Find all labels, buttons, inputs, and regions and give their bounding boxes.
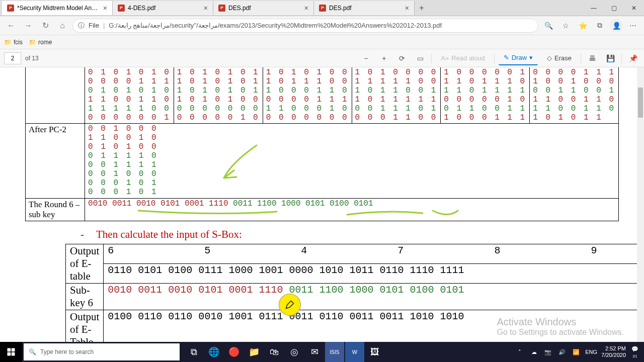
- edge-icon[interactable]: 🌐: [204, 342, 223, 362]
- taskbar-search[interactable]: 🔍 Type here to search: [24, 343, 180, 360]
- etable-output-label: Output of E-table: [66, 244, 104, 283]
- tray-language[interactable]: ENG: [585, 349, 597, 355]
- notifications-icon[interactable]: 💬21: [630, 346, 640, 358]
- tray-wifi-icon[interactable]: 📶: [571, 349, 581, 355]
- svg-rect-1: [12, 348, 15, 352]
- rotate-button[interactable]: ⟳: [395, 51, 409, 65]
- refresh-button[interactable]: ↻: [38, 19, 52, 33]
- tray-meet-icon[interactable]: 📷: [543, 349, 553, 355]
- etable-bin-row: 0110 0101 0100 0111 1000 1001 0000 1010 …: [104, 263, 644, 283]
- menu-icon[interactable]: ⋯: [626, 19, 640, 33]
- subkey6-label: Sub-key 6: [66, 283, 104, 310]
- fit-page-button[interactable]: ▭: [413, 51, 427, 65]
- tray-volume-icon[interactable]: 🔊: [557, 349, 567, 355]
- start-button[interactable]: [0, 342, 22, 362]
- profile-avatar[interactable]: 👤: [610, 19, 623, 32]
- maximize-button[interactable]: ▢: [604, 0, 624, 16]
- info-icon: ⓘ: [78, 21, 85, 30]
- subkey6-green: 0011 1100 1000 0101 0100 0101: [289, 284, 464, 296]
- minimize-button[interactable]: —: [584, 0, 604, 16]
- windows-taskbar: 🔍 Type here to search ⧉ 🌐 🔴 📁 🛍 ◎ ✉ ISIS…: [0, 342, 644, 362]
- pen-icon: ✎: [504, 54, 509, 61]
- new-tab-button[interactable]: +: [415, 1, 429, 15]
- pdf-toolbar: of 13 − + ⟳ ▭ A»Read aloud ✎Draw▾ ◇Erase…: [0, 49, 644, 67]
- windows-logo-icon: [7, 347, 16, 356]
- favorite-icon[interactable]: ☆: [558, 19, 573, 33]
- favorites-bar-icon[interactable]: ⭐: [576, 19, 590, 33]
- chevron-down-icon[interactable]: ▾: [529, 54, 533, 61]
- store-icon[interactable]: 🛍: [265, 342, 284, 362]
- bookmark-fcis[interactable]: 📁fcis: [4, 39, 23, 46]
- tray-onedrive-icon[interactable]: ☁: [529, 349, 539, 355]
- speaker-icon: A»: [441, 54, 449, 62]
- close-icon[interactable]: ×: [204, 4, 208, 12]
- page-total-label: of 13: [25, 55, 39, 62]
- vertical-scrollbar[interactable]: [637, 67, 644, 342]
- close-icon[interactable]: ×: [405, 4, 409, 12]
- etable-hex-row: 6 5 4 7 8 9 0 A B 6 E F: [104, 244, 644, 263]
- bookmark-rome[interactable]: 📁rome: [29, 39, 52, 46]
- browser-tab-2[interactable]: P DES.pdf ×: [213, 1, 314, 15]
- taskbar-clock[interactable]: 2:52 PM 7/20/2020: [601, 345, 626, 358]
- browser-tabbar: P *Security Midtrem Model Answe × P 4-DE…: [0, 0, 644, 16]
- scrollbar-thumb[interactable]: [638, 87, 643, 118]
- after-pc2-label: After PC-2: [26, 124, 85, 198]
- taskbar-apps: ⧉ 🌐 🔴 📁 🛍 ◎ ✉ ISIS W 🖼: [184, 342, 384, 362]
- erase-button[interactable]: ◇Erase: [542, 51, 577, 65]
- activate-windows-watermark: Activate Windows Go to Settings to activ…: [497, 316, 624, 337]
- close-window-button[interactable]: ✕: [624, 0, 644, 16]
- forward-button[interactable]: →: [21, 19, 35, 33]
- svg-rect-3: [12, 352, 15, 356]
- subkey6-red: 0010 0011 0010 0101 0001 1110: [108, 284, 283, 296]
- browser-tab-3[interactable]: P DES.pdf ×: [314, 1, 415, 15]
- bit-blocks-row: 0 1 0 1 0 1 0 0 0 0 0 1 1 1 0 1 0 1 0 1 …: [85, 67, 618, 123]
- print-button[interactable]: 🖶: [585, 51, 599, 65]
- pdf-viewport[interactable]: 0 1 0 1 0 1 0 0 0 0 0 1 1 1 0 1 0 1 0 1 …: [0, 67, 644, 342]
- pin-toolbar-button[interactable]: 📌: [626, 51, 640, 65]
- scheme-label: File: [89, 22, 99, 29]
- search-placeholder: Type here to search: [40, 348, 94, 355]
- app-icon[interactable]: 🔴: [224, 342, 244, 362]
- address-bar[interactable]: ⓘ File | G:/مراجعة/مناهج رابعة/security'…: [72, 19, 538, 33]
- tray-chevron-icon[interactable]: ˄: [515, 349, 525, 355]
- save-button[interactable]: 💾: [603, 51, 617, 65]
- read-aloud-button[interactable]: A»Read aloud: [436, 51, 490, 65]
- zoom-out-button[interactable]: −: [359, 51, 373, 65]
- pdf-favicon: P: [118, 5, 125, 12]
- back-button[interactable]: ←: [4, 19, 18, 33]
- scheme-separator: |: [103, 22, 105, 29]
- search-icon: 🔍: [29, 348, 36, 355]
- draw-button[interactable]: ✎Draw▾: [499, 51, 538, 65]
- browser-tab-0[interactable]: P *Security Midtrem Model Answe ×: [2, 1, 113, 15]
- url-text: G:/مراجعة/مناهج رابعة/security''/مراجعة/…: [109, 22, 442, 29]
- zoom-icon[interactable]: 🔍: [541, 19, 555, 33]
- photos-icon[interactable]: 🖼: [365, 342, 384, 362]
- sbox-heading: -Then calculate the input of S-Box:: [80, 228, 619, 241]
- chrome-icon[interactable]: ◎: [285, 342, 304, 362]
- home-button[interactable]: ⌂: [55, 19, 69, 33]
- bookmarks-bar: 📁fcis 📁rome: [0, 35, 644, 49]
- page-number-input[interactable]: [4, 52, 21, 64]
- browser-tab-1[interactable]: P 4-DES.pdf ×: [113, 1, 213, 15]
- isis-icon[interactable]: ISIS: [325, 342, 344, 362]
- svg-rect-2: [8, 352, 11, 356]
- pdf-favicon: P: [218, 5, 225, 12]
- word-icon[interactable]: W: [345, 342, 364, 362]
- key-schedule-table: 0 1 0 1 0 1 0 0 0 0 0 1 1 1 0 1 0 1 0 1 …: [25, 67, 619, 221]
- collections-icon[interactable]: ⧉: [593, 19, 607, 33]
- task-view-icon[interactable]: ⧉: [184, 342, 203, 362]
- close-icon[interactable]: ×: [103, 4, 107, 12]
- folder-icon: 📁: [4, 39, 12, 46]
- mail-icon[interactable]: ✉: [305, 342, 324, 362]
- system-tray: ˄ ☁ 📷 🔊 📶 ENG 2:52 PM 7/20/2020 💬21: [515, 345, 644, 358]
- pdf-page-content: 0 1 0 1 0 1 0 0 0 0 0 1 1 1 0 1 0 1 0 1 …: [0, 67, 644, 342]
- folder-icon: 📁: [29, 39, 36, 46]
- file-explorer-icon[interactable]: 📁: [245, 342, 264, 362]
- pdf-favicon: P: [7, 5, 14, 12]
- round-key-green: 0011 1100 1000 0101 0100 0101: [233, 199, 373, 208]
- after-pc2-bits: 0 0 1 0 0 0 1 1 0 0 1 0 0 1 0 1 0 0 0 1 …: [88, 124, 158, 196]
- tab-title: DES.pdf: [329, 5, 402, 12]
- close-icon[interactable]: ×: [304, 4, 308, 12]
- tab-title: DES.pdf: [228, 5, 301, 12]
- zoom-in-button[interactable]: +: [377, 51, 391, 65]
